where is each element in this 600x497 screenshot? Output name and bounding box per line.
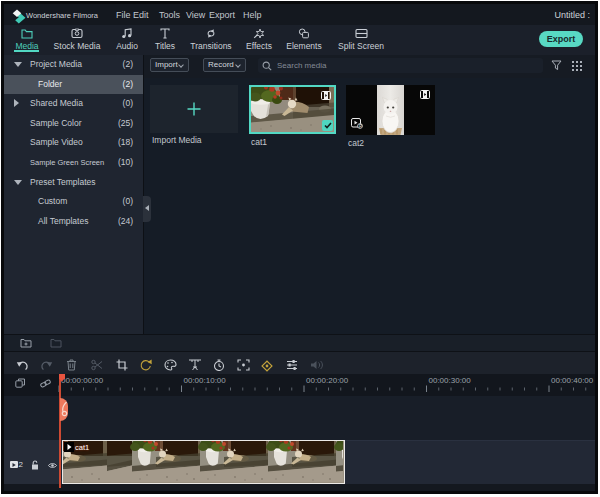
svg-text:P: P — [359, 124, 362, 129]
